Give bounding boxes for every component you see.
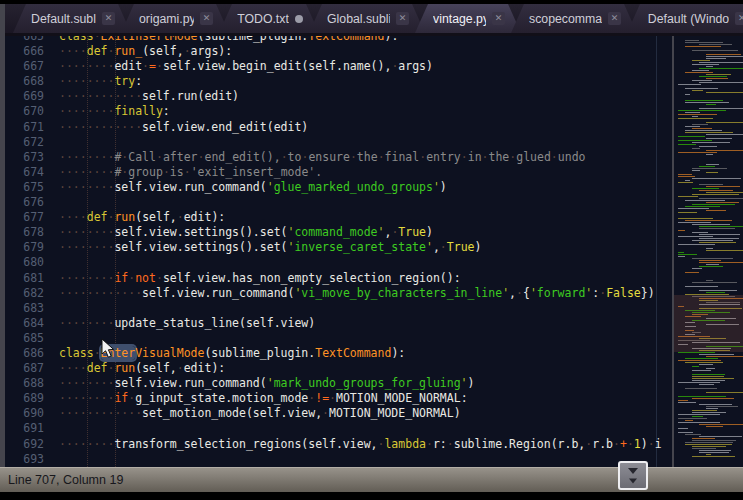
caret-position-label: Line 707, Column 19 — [8, 473, 123, 487]
line-text: ········finally: — [57, 104, 672, 119]
tab-strip: Default.sublim✕origami.py✕TODO.txtGlobal… — [13, 4, 743, 33]
tab-close-icon[interactable]: ✕ — [200, 12, 213, 25]
tab-close-icon[interactable]: ✕ — [102, 12, 115, 25]
code-line: 689········if·g_input_state.motion_mode·… — [5, 391, 672, 406]
tab-label: Default.sublim — [31, 12, 96, 26]
line-text: ········self.view.settings().set('invers… — [57, 240, 672, 255]
tab-origami-py[interactable]: origami.py✕ — [121, 4, 229, 33]
line-number: 674 — [5, 165, 57, 180]
line-text: ········try: — [57, 74, 672, 89]
tab-close-icon[interactable]: ✕ — [492, 12, 505, 25]
tab-close-icon[interactable]: ✕ — [735, 12, 743, 25]
code-line: 687····def·run(self,·edit): — [5, 361, 672, 376]
mouse-cursor-icon — [101, 339, 115, 359]
code-line: 671············self.view.end_edit(edit) — [5, 120, 672, 135]
code-line: 677····def·run(self,·edit): — [5, 210, 672, 225]
code-line: 674········#·group·is·'exit_insert_mode'… — [5, 165, 672, 180]
line-text: ········if·not·self.view.has_non_empty_s… — [57, 271, 672, 286]
line-number: 672 — [5, 135, 57, 150]
code-line: 680 — [5, 255, 672, 270]
tab-label: scopecommand — [529, 12, 602, 26]
scroll-arrow-icon — [628, 468, 638, 474]
tab-scopecommand[interactable]: scopecommand✕ — [511, 4, 637, 33]
line-text — [57, 195, 672, 210]
code-line: 690············set_motion_mode(self.view… — [5, 406, 672, 421]
code-line: 666····def·run_(self,·args): — [5, 44, 672, 59]
tab-default-sublim[interactable]: Default.sublim✕ — [13, 4, 131, 33]
line-text: ············self.run(edit) — [57, 89, 672, 104]
line-text: ····def·run(self,·edit): — [57, 361, 672, 376]
tab-default-windo[interactable]: Default (Windo✕ — [627, 4, 743, 33]
code-line: 683 — [5, 301, 672, 316]
line-text — [57, 255, 672, 270]
line-number: 681 — [5, 271, 57, 286]
line-text: ····def·run(self,·edit): — [57, 210, 672, 225]
line-number: 690 — [5, 406, 57, 421]
tab-label: Global.sublime — [327, 12, 390, 26]
line-text: ········self.view.settings().set('comman… — [57, 225, 672, 240]
code-line: 665class·ExitInsertMode(sublime_plugin.T… — [5, 36, 672, 44]
line-text: ········edit·=·self.view.begin_edit(self… — [57, 59, 672, 74]
code-line: 672 — [5, 135, 672, 150]
line-text — [57, 135, 672, 150]
line-number: 670 — [5, 104, 57, 119]
code-line: 669············self.run(edit) — [5, 89, 672, 104]
tab-vintage-py[interactable]: vintage.py✕ — [415, 4, 521, 33]
line-number: 667 — [5, 59, 57, 74]
line-number: 689 — [5, 391, 57, 406]
line-text: ········#·group·is·'exit_insert_mode'. — [57, 165, 672, 180]
line-text: ········if·g_input_state.motion_mode·!=·… — [57, 391, 672, 406]
line-number: 678 — [5, 225, 57, 240]
line-number: 675 — [5, 180, 57, 195]
code-line: 682············self.view.run_command('vi… — [5, 286, 672, 301]
line-text — [57, 421, 672, 436]
line-number: 669 — [5, 89, 57, 104]
line-number: 679 — [5, 240, 57, 255]
line-number: 671 — [5, 120, 57, 135]
line-number: 665 — [5, 36, 57, 44]
code-line: 668········try: — [5, 74, 672, 89]
code-line: 673········#·Call·after·end_edit(),·to·e… — [5, 150, 672, 165]
minimap-content — [674, 36, 743, 457]
line-number: 666 — [5, 44, 57, 59]
line-text: class·ExitInsertMode(sublime_plugin.Text… — [57, 36, 672, 44]
code-line: 678········self.view.settings().set('com… — [5, 225, 672, 240]
code-lines: 665class·ExitInsertMode(sublime_plugin.T… — [5, 36, 672, 467]
code-editor[interactable]: 665class·ExitInsertMode(sublime_plugin.T… — [5, 36, 672, 467]
line-number: 683 — [5, 301, 57, 316]
tab-bar: Default.sublim✕origami.py✕TODO.txtGlobal… — [5, 4, 743, 36]
line-number: 693 — [5, 452, 57, 467]
code-line: 691 — [5, 421, 672, 436]
tab-close-icon[interactable]: ✕ — [396, 12, 409, 25]
minimap[interactable] — [672, 36, 743, 467]
line-number: 684 — [5, 316, 57, 331]
line-text: ····def·run_(self,·args): — [57, 44, 672, 59]
modified-dot-icon — [295, 15, 303, 23]
tab-todo-txt[interactable]: TODO.txt — [219, 4, 319, 33]
line-text — [57, 452, 672, 467]
line-number: 677 — [5, 210, 57, 225]
line-text: ········#·Call·after·end_edit(),·to·ensu… — [57, 150, 672, 165]
line-text — [57, 331, 672, 346]
scroll-arrow-icon — [629, 478, 637, 483]
tab-label: Default (Windo — [648, 12, 729, 26]
line-number: 686 — [5, 346, 57, 361]
line-number: 691 — [5, 421, 57, 436]
overlay-scrollbar-stepper[interactable] — [618, 461, 648, 490]
line-number: 688 — [5, 376, 57, 391]
line-text: ········update_status_line(self.view) — [57, 316, 672, 331]
line-text: ············self.view.end_edit(edit) — [57, 120, 672, 135]
line-text: ············set_motion_mode(self.view,·M… — [57, 406, 672, 421]
line-text — [57, 301, 672, 316]
minimap-viewport-indicator[interactable] — [674, 295, 743, 352]
code-line: 692········transform_selection_regions(s… — [5, 437, 672, 452]
tab-global-sublime[interactable]: Global.sublime✕ — [309, 4, 425, 33]
code-line: 693 — [5, 452, 672, 467]
line-number: 680 — [5, 255, 57, 270]
tab-label: TODO.txt — [237, 12, 289, 26]
tab-label: vintage.py — [433, 12, 486, 26]
line-text: class·EnterVisualMode(sublime_plugin.Tex… — [57, 346, 672, 361]
sublime-text-window: Default.sublim✕origami.py✕TODO.txtGlobal… — [0, 0, 743, 500]
line-text: ········self.view.run_command('mark_undo… — [57, 376, 672, 391]
tab-close-icon[interactable]: ✕ — [608, 12, 621, 25]
